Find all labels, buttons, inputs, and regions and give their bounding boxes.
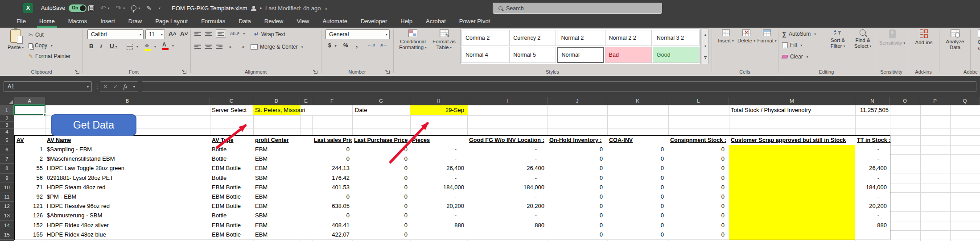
- save-button[interactable]: [88, 5, 94, 11]
- title-chevron-icon[interactable]: [324, 5, 327, 12]
- cell-C12[interactable]: EBM Bottle: [210, 202, 254, 212]
- cell-M7[interactable]: [729, 154, 856, 164]
- cell-A12[interactable]: 121: [14, 202, 45, 212]
- cell-I7[interactable]: -: [467, 154, 548, 164]
- row-header-13[interactable]: 13: [0, 211, 14, 220]
- cell-F10[interactable]: 401.53: [312, 183, 353, 193]
- tab-data[interactable]: Data: [232, 16, 257, 28]
- underline-button[interactable]: U: [110, 43, 117, 50]
- cell-E11[interactable]: [300, 192, 313, 202]
- cell-N11[interactable]: -: [855, 192, 890, 202]
- font-name-select[interactable]: Calibri: [87, 29, 144, 39]
- cell-J14[interactable]: 0: [548, 221, 608, 231]
- cell-L13[interactable]: 0: [668, 211, 729, 221]
- cell-K15[interactable]: 0: [607, 230, 669, 240]
- name-box[interactable]: A1: [4, 81, 92, 92]
- column-header-A[interactable]: A: [14, 97, 45, 105]
- cell-D5[interactable]: profit Center: [253, 135, 301, 145]
- autosum-button[interactable]: AutoSum: [782, 30, 816, 37]
- style-normal[interactable]: Normal: [557, 47, 604, 63]
- cell-D1[interactable]: St. Peters, Missouri: [255, 105, 305, 115]
- cell-C6[interactable]: Bottle: [210, 145, 254, 155]
- search-input[interactable]: Search: [493, 3, 662, 14]
- cell-M15[interactable]: [729, 230, 856, 240]
- cell-I15[interactable]: -: [467, 230, 548, 240]
- cell-D10[interactable]: EBM: [253, 183, 301, 193]
- cell-L6[interactable]: 0: [668, 145, 729, 155]
- select-all-corner[interactable]: [0, 97, 14, 105]
- number-format-select[interactable]: General: [325, 29, 390, 39]
- cell-F6[interactable]: 0: [312, 145, 353, 155]
- row-header-15[interactable]: 15: [0, 230, 14, 240]
- cell-A10[interactable]: 71: [14, 183, 45, 193]
- cell-B6[interactable]: $Sampling - EBM: [45, 145, 210, 155]
- format-as-table-button[interactable]: Format as Table: [430, 29, 458, 50]
- cell-D7[interactable]: EBM: [253, 154, 301, 164]
- column-header-J[interactable]: J: [548, 97, 607, 105]
- copy-button[interactable]: Copy: [29, 42, 53, 49]
- format-cells-button[interactable]: Format: [757, 29, 777, 44]
- cell-J9[interactable]: 0: [548, 174, 608, 183]
- cell-L8[interactable]: 0: [668, 164, 729, 174]
- cell-D9[interactable]: SBM: [253, 174, 301, 183]
- cell-H9[interactable]: -: [410, 174, 468, 183]
- tab-macros[interactable]: Macros: [62, 16, 94, 28]
- style-normal-4[interactable]: Normal 4: [461, 47, 508, 63]
- cell-H11[interactable]: -: [410, 192, 468, 202]
- cell-C14[interactable]: EBM Bottle: [210, 221, 254, 231]
- column-header-L[interactable]: L: [668, 97, 729, 105]
- tab-home[interactable]: Home: [33, 16, 62, 28]
- cell-M1[interactable]: Total Stock / Physical Invenotry: [731, 105, 811, 115]
- cell-J7[interactable]: 0: [548, 154, 608, 164]
- cell-N10[interactable]: 184,000: [855, 183, 890, 193]
- cell-M6[interactable]: [729, 145, 856, 155]
- cell-G7[interactable]: 0: [352, 154, 411, 164]
- increase-indent-button[interactable]: ⇥: [240, 44, 244, 50]
- cell-N1[interactable]: 11,257,505: [855, 105, 890, 115]
- autosave-control[interactable]: AutoSave On: [41, 0, 86, 16]
- cell-G14[interactable]: 0: [352, 221, 411, 231]
- cell-I6[interactable]: -: [467, 145, 548, 155]
- cell-N8[interactable]: 26,400: [855, 164, 890, 174]
- cell-A13[interactable]: 126: [14, 211, 45, 221]
- cell-E14[interactable]: [300, 221, 313, 231]
- cell-L10[interactable]: 0: [668, 183, 729, 193]
- cell-N6[interactable]: -: [855, 145, 890, 155]
- tab-file[interactable]: File: [10, 16, 33, 28]
- cell-G13[interactable]: 0: [352, 211, 411, 221]
- paste-button[interactable]: Paste: [5, 29, 26, 50]
- cell-M10[interactable]: [729, 183, 856, 193]
- cell-K14[interactable]: 0: [607, 221, 669, 231]
- cell-G10[interactable]: 0: [352, 183, 411, 193]
- cell-J6[interactable]: 0: [548, 145, 608, 155]
- cell-E10[interactable]: [300, 183, 313, 193]
- cell-L12[interactable]: 0: [668, 202, 729, 212]
- formula-input[interactable]: [142, 81, 976, 92]
- insert-function-icon[interactable]: fx: [124, 83, 128, 90]
- cell-K13[interactable]: 0: [607, 211, 669, 221]
- cell-A5[interactable]: AV: [14, 135, 45, 145]
- row-header-9[interactable]: 9: [0, 174, 14, 183]
- cell-C1[interactable]: Server Select: [210, 105, 253, 115]
- cell-H14[interactable]: 880: [410, 221, 468, 231]
- font-size-select[interactable]: 11: [145, 29, 165, 39]
- customize-qat-button[interactable]: [158, 6, 161, 10]
- increase-font-button[interactable]: A˄: [169, 30, 177, 37]
- bottom-align-button[interactable]: [216, 29, 226, 37]
- cell-L5[interactable]: Consignment Stock :: [668, 135, 729, 145]
- row-header-4[interactable]: 4: [0, 129, 14, 135]
- excel-logo-icon[interactable]: X: [23, 3, 33, 13]
- cell-A9[interactable]: 56: [14, 174, 45, 183]
- style-normal-2-2[interactable]: Normal 2 2: [605, 30, 652, 46]
- cell-N5[interactable]: TT in Stock :: [855, 135, 890, 145]
- cell-D11[interactable]: EBM: [253, 192, 301, 202]
- row-header-12[interactable]: 12: [0, 202, 14, 211]
- orientation-button[interactable]: ab⇗: [230, 31, 245, 37]
- cell-F12[interactable]: 638.05: [312, 202, 353, 212]
- touch-mode-button[interactable]: [131, 5, 140, 11]
- sort-filter-button[interactable]: AZ Sort & Filter: [826, 29, 850, 49]
- cell-F13[interactable]: 0: [312, 211, 353, 221]
- cell-J5[interactable]: On-Hold Inventory :: [548, 135, 608, 145]
- cell-H6[interactable]: -: [410, 145, 468, 155]
- cell-I14[interactable]: 880: [467, 221, 548, 231]
